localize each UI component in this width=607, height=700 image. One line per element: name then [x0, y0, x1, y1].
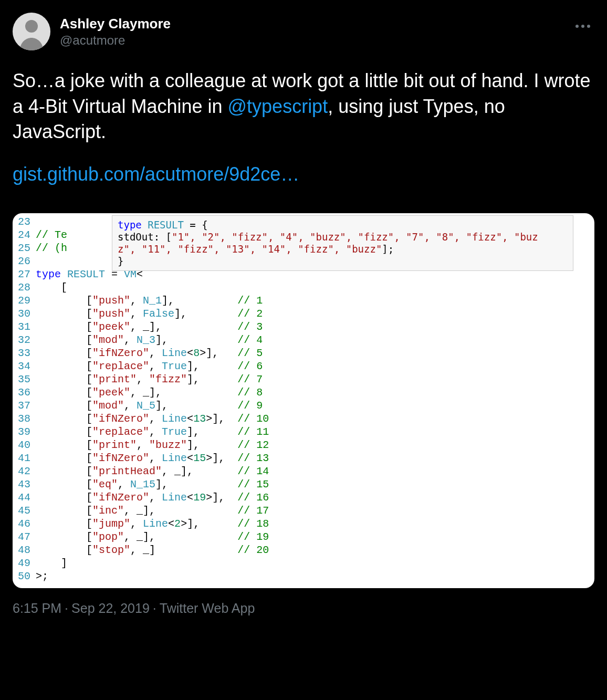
tweet-date[interactable]: Sep 22, 2019 — [71, 601, 150, 615]
tooltip-punct: } — [118, 255, 123, 267]
tooltip-type: RESULT — [148, 219, 184, 231]
tooltip-string: "1", "2", "fizz", "4", "buzz", "fizz", "… — [172, 231, 538, 243]
tooltip-kw: type — [118, 219, 148, 231]
tweet-header: Ashley Claymore @acutmore — [13, 13, 594, 50]
code-content: type RESULT = { stdOut: ["1", "2", "fizz… — [36, 213, 594, 585]
tooltip-text: stdOut: [ — [118, 231, 172, 243]
type-tooltip: type RESULT = { stdOut: ["1", "2", "fizz… — [112, 215, 573, 271]
tooltip-string: z", "11", "fizz", "13", "14", "fizz", "b… — [118, 243, 382, 255]
tooltip-punct: ]; — [382, 243, 394, 255]
embedded-code-image[interactable]: 2324252627282930313233343536373839404142… — [13, 213, 594, 588]
avatar[interactable] — [13, 13, 50, 50]
tweet-time[interactable]: 6:15 PM — [13, 601, 61, 615]
svg-point-1 — [25, 20, 38, 33]
line-gutter: 2324252627282930313233343536373839404142… — [13, 213, 36, 585]
gist-link[interactable]: gist.github.com/acutmore/9d2ce… — [13, 163, 299, 185]
tweet-meta: 6:15 PM·Sep 22, 2019·Twitter Web App — [13, 601, 594, 616]
display-name[interactable]: Ashley Claymore — [60, 16, 171, 32]
tweet-source[interactable]: Twitter Web App — [160, 601, 255, 615]
user-handle[interactable]: @acutmore — [60, 33, 171, 48]
tweet-container: Ashley Claymore @acutmore So…a joke with… — [13, 13, 594, 616]
tweet-body: So…a joke with a colleague at work got a… — [13, 68, 594, 204]
mention-link[interactable]: @typescript — [228, 96, 328, 117]
more-icon — [575, 25, 590, 28]
user-info: Ashley Claymore @acutmore — [60, 16, 171, 48]
more-options-button[interactable] — [571, 15, 594, 38]
code-block: 2324252627282930313233343536373839404142… — [13, 213, 594, 588]
tooltip-punct: = { — [184, 219, 208, 231]
